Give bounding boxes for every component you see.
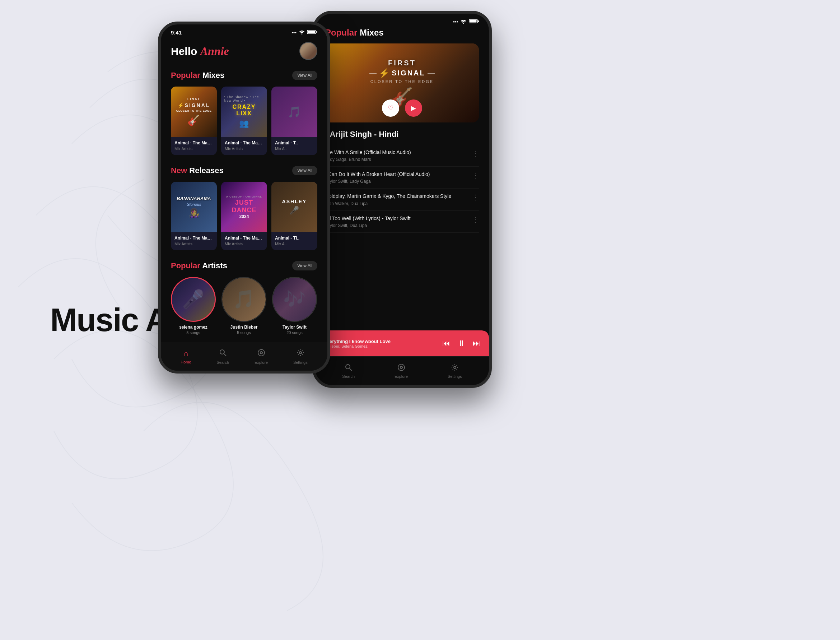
new-releases-view-all[interactable]: View All [292,166,317,175]
svg-point-16 [454,366,456,368]
svg-point-6 [258,349,265,356]
heart-button[interactable]: ♡ [382,99,399,117]
mix-card-2[interactable]: • The Shadow • The New World • CRAZY LIX… [221,86,267,155]
track-1-more[interactable]: ⋮ [468,149,479,158]
p2-nav-settings[interactable]: Settings [448,363,462,379]
new-card-2-title: Animal - The Maroon.. [225,235,263,241]
p2-section-header: Popular Mixes [315,28,489,43]
time-display: 9:41 [171,29,182,35]
p2-nav-explore[interactable]: Explore [394,363,408,379]
track-3-more[interactable]: ⋮ [468,193,479,202]
search-icon [219,349,227,359]
nav-search[interactable]: Search [216,349,229,365]
svg-point-8 [299,352,302,354]
new-card-2[interactable]: A UBISOFT ORIGINAL JUSTDANCE 2024 Animal… [221,182,267,250]
popular-mixes-header: Popular Mixes View All [171,71,317,80]
card-1-title: Animal - The Maroon.. [174,141,213,146]
track-2-artists: Taylor Swift, Lady Gaga [325,179,468,184]
new-card-3-sub: Mix A.. [275,242,314,246]
p2-nav-search[interactable]: Search [342,363,355,379]
rewind-button[interactable]: ⏮ [442,339,450,348]
popular-mixes-view-all[interactable]: View All [292,71,317,80]
now-playing-bar: Everything I know About Love in Bieber, … [315,330,489,356]
svg-rect-3 [316,31,317,33]
track-4-title: All Too Well (With Lyrics) - Taylor Swif… [325,215,468,222]
p2-nav-search-label: Search [342,374,355,379]
p2-power-button [490,78,492,104]
new-card-1-sub: Mix Artists [174,242,213,246]
track-2-info: I Can Do It With A Broken Heart (Officia… [325,171,468,184]
svg-rect-2 [308,31,315,34]
status-icons: ▪▪▪ [292,29,317,35]
p2-nav-settings-label: Settings [448,374,462,379]
bottom-nav: ⌂ Home Search [161,342,327,371]
status-bar: 9:41 ▪▪▪ [161,24,327,38]
p2-status-bar: ▪▪▪ [315,14,489,28]
nav-home[interactable]: ⌂ Home [180,349,191,364]
svg-point-4 [220,350,224,354]
track-3-artists: Alan Walker, Dua Lipa [325,201,468,206]
artists-row: 🎤 selena gomez 5 songs 🎵 Just [171,277,317,335]
p2-section-title: Popular Mixes [325,28,479,38]
phone-1-screen: 9:41 ▪▪▪ Hello [161,24,327,371]
mix-card-3[interactable]: 🎵 Animal - T.. Mix A.. [271,86,317,155]
volume-up-button [158,100,160,123]
new-card-3[interactable]: ASHLEY 🎤 Animal - Tl.. Mix A.. [271,182,317,250]
p2-status-icons: ▪▪▪ [453,19,479,25]
popular-artists-header: Popular Artists View All [171,261,317,270]
card-3-title: Animal - T.. [275,141,314,146]
track-4-artists: Taylor Swift, Dua Lipa [325,223,468,228]
popular-mixes-title: Popular Mixes [171,71,224,80]
pause-button[interactable]: ⏸ [457,339,465,348]
explore-icon [257,349,265,359]
nav-explore[interactable]: Explore [254,349,268,365]
app-header: Hello Annie [171,38,317,60]
track-item-3[interactable]: Coldplay, Martin Garrix & Kygo, The Chai… [325,189,479,210]
featured-actions: ♡ ▶ [382,99,422,117]
svg-point-14 [398,364,404,371]
greeting: Hello Annie [171,45,229,58]
play-button[interactable]: ▶ [405,99,422,117]
np-title: Everything I know About Love [324,339,438,344]
home-icon: ⌂ [184,349,188,358]
track-2-more[interactable]: ⋮ [468,171,479,179]
p2-signal-icon: ▪▪▪ [453,19,458,24]
fastforward-button[interactable]: ⏭ [473,339,480,348]
nav-home-label: Home [180,360,191,364]
user-name: Annie [200,45,229,58]
track-4-more[interactable]: ⋮ [468,215,479,224]
signal-icon: ▪▪▪ [292,30,297,35]
new-card-3-title: Animal - Tl.. [275,235,314,241]
artist-selena[interactable]: 🎤 selena gomez 5 songs [171,277,216,335]
new-card-1[interactable]: BANANARAMA Glorious 👩‍🎤 Animal - The Mar… [171,182,217,250]
track-list: Die With A Smile (Official Music Audio) … [315,145,489,308]
phone-1-content: Hello Annie Popular Mixes View All [161,38,327,356]
artist-swift-songs: 20 songs [272,330,317,335]
p2-settings-icon [451,363,459,373]
track-item-1[interactable]: Die With A Smile (Official Music Audio) … [325,145,479,166]
now-playing-info: Everything I know About Love in Bieber, … [324,339,438,348]
p2-nav-explore-label: Explore [394,374,408,379]
track-3-info: Coldplay, Martin Garrix & Kygo, The Chai… [325,193,468,206]
now-playing-controls: ⏮ ⏸ ⏭ [442,339,480,348]
svg-point-12 [346,365,350,369]
artist-bieber[interactable]: 🎵 Justin Bieber 5 songs [222,277,267,335]
artist-swift[interactable]: 🎶 Taylor Swift 20 songs [272,277,317,335]
avatar-image [300,43,316,59]
track-1-title: Die With A Smile (Official Music Audio) [325,149,468,155]
nav-settings[interactable]: Settings [293,349,308,365]
svg-line-13 [350,368,352,371]
user-avatar[interactable] [299,42,317,60]
card-3-sub: Mix A.. [275,147,314,151]
featured-card[interactable]: FIRST ⚡ SIGNAL CLOSER TO THE EDGE 🎸 [325,43,479,122]
track-item-2[interactable]: I Can Do It With A Broken Heart (Officia… [325,166,479,189]
track-4-info: All Too Well (With Lyrics) - Taylor Swif… [325,215,468,228]
mix-card-1[interactable]: FIRST ⚡SIGNAL CLOSER TO THE EDGE 🎸 Anima… [171,86,217,155]
wifi-icon [299,29,305,35]
power-button [329,89,330,114]
track-item-4[interactable]: All Too Well (With Lyrics) - Taylor Swif… [325,211,479,233]
popular-artists-view-all[interactable]: View All [292,261,317,270]
hello-text: Hello Annie [171,45,229,57]
new-releases-row: BANANARAMA Glorious 👩‍🎤 Animal - The Mar… [171,182,317,250]
nav-settings-label: Settings [293,360,308,365]
